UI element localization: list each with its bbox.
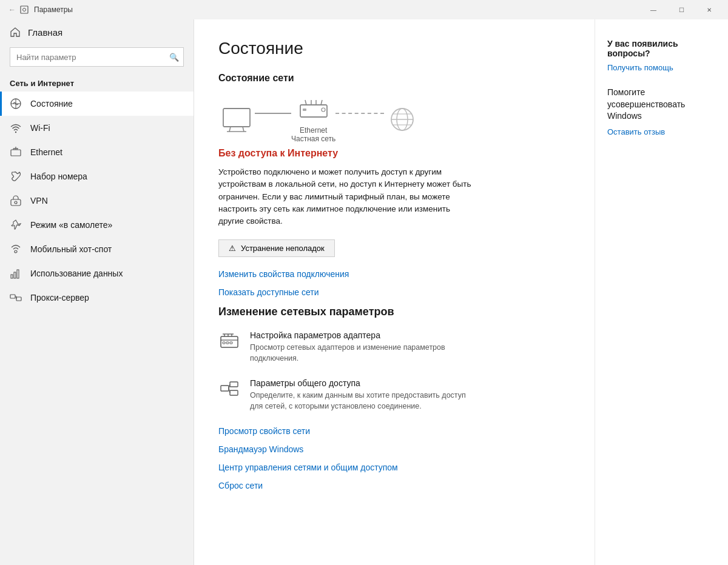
adapter-icon — [218, 330, 240, 352]
svg-rect-0 — [21, 6, 28, 13]
change-settings-title: Изменение сетевых параметров — [218, 306, 570, 318]
svg-rect-43 — [230, 342, 232, 344]
sharing-desc: Определите, к каким данным вы хотите пре… — [250, 390, 480, 412]
sharing-settings-item: Параметры общего доступа Определите, к к… — [218, 378, 570, 412]
maximize-button[interactable]: ☐ — [667, 0, 695, 19]
network-diagram: Ethernet Частная сеть — [218, 96, 570, 143]
sidebar-item-label: Прокси-сервер — [30, 293, 89, 303]
internet-node — [384, 104, 420, 135]
sidebar-item-label: Ethernet — [30, 147, 62, 157]
network-type-label: Частная сеть — [291, 135, 335, 143]
svg-line-25 — [243, 127, 244, 132]
sidebar-item-wifi[interactable]: Wi-Fi — [0, 116, 194, 140]
change-props-link[interactable]: Изменить свойства подключения — [218, 269, 570, 279]
hotspot-icon — [10, 243, 22, 255]
warning-icon: ⚠ — [229, 244, 236, 253]
svg-point-5 — [15, 132, 16, 133]
svg-rect-17 — [17, 270, 19, 278]
svg-point-13 — [15, 201, 17, 204]
sidebar-item-label: Использование данных — [30, 269, 123, 278]
sidebar-item-proxy[interactable]: Прокси-сервер — [0, 286, 194, 310]
window-controls: — ☐ ✕ — [639, 0, 723, 19]
titlebar: ← Параметры — ☐ ✕ — [0, 0, 728, 19]
svg-rect-32 — [303, 109, 306, 111]
sidebar-item-ethernet[interactable]: Ethernet — [0, 140, 194, 164]
sharing-title: Параметры общего доступа — [250, 378, 480, 388]
page-title: Состояние — [218, 39, 570, 58]
svg-rect-18 — [20, 268, 21, 269]
firewall-link[interactable]: Брандмауэр Windows — [218, 444, 570, 454]
sidebar-item-label: Набор номера — [30, 172, 87, 181]
svg-rect-49 — [230, 382, 238, 387]
svg-rect-15 — [11, 275, 13, 278]
airplane-icon — [10, 219, 22, 231]
network-status-title: Состояние сети — [218, 73, 570, 84]
dialup-icon — [10, 170, 22, 182]
improve-link[interactable]: Оставить отзыв — [607, 127, 716, 136]
svg-rect-50 — [230, 390, 238, 395]
minimize-button[interactable]: — — [639, 0, 667, 19]
sidebar-item-airplane[interactable]: Режим «в самолете» — [0, 213, 194, 237]
vpn-icon — [10, 195, 22, 207]
home-icon — [10, 27, 21, 38]
svg-rect-16 — [14, 272, 16, 278]
sidebar-item-label: Wi-Fi — [30, 123, 50, 133]
svg-line-24 — [229, 127, 231, 132]
adapter-settings-item: Настройка параметров адаптера Просмотр с… — [218, 330, 570, 364]
globe-icon — [384, 104, 420, 135]
troubleshoot-button[interactable]: ⚠ Устранение неполадок — [218, 239, 335, 257]
close-button[interactable]: ✕ — [695, 0, 723, 19]
svg-rect-19 — [10, 295, 15, 298]
svg-rect-6 — [11, 150, 21, 156]
app-body: Главная 🔍 Сеть и Интернет Состояние — [0, 19, 728, 565]
view-properties-link[interactable]: Просмотр свойств сети — [218, 426, 570, 436]
home-label: Главная — [28, 27, 62, 38]
adapter-desc: Просмотр сетевых адаптеров и изменение п… — [250, 343, 480, 364]
svg-rect-12 — [11, 199, 21, 206]
sidebar-item-status[interactable]: Состояние — [0, 92, 194, 116]
proxy-icon — [10, 292, 22, 304]
svg-line-28 — [305, 100, 306, 105]
search-container: 🔍 — [10, 47, 184, 67]
computer-node — [218, 104, 255, 135]
no-internet-title: Без доступа к Интернету — [218, 148, 570, 159]
sidebar-item-vpn[interactable]: VPN — [0, 189, 194, 213]
sidebar-item-hotspot[interactable]: Мобильный хот-спот — [0, 237, 194, 261]
svg-rect-23 — [223, 109, 250, 127]
computer-icon — [218, 104, 255, 135]
svg-rect-42 — [226, 342, 229, 344]
connection-description: Устройство подключено и может получить д… — [218, 166, 473, 227]
router-icon — [295, 96, 332, 126]
show-networks-link[interactable]: Показать доступные сети — [218, 287, 570, 297]
sidebar-item-dialup[interactable]: Набор номера — [0, 164, 194, 189]
svg-point-1 — [23, 8, 26, 12]
sidebar: Главная 🔍 Сеть и Интернет Состояние — [0, 19, 194, 565]
app-title: Параметры — [34, 5, 73, 14]
router-node: Ethernet Частная сеть — [291, 96, 335, 143]
main-content: Состояние Состояние сети — [194, 19, 595, 565]
sidebar-item-label: VPN — [30, 196, 48, 206]
wifi-icon — [10, 122, 22, 134]
svg-rect-48 — [221, 386, 229, 391]
sidebar-item-label: Мобильный хот-спот — [30, 244, 112, 254]
right-panel: У вас появились вопросы? Получить помощь… — [595, 19, 728, 565]
reset-link[interactable]: Сброс сети — [218, 481, 570, 490]
improve-title: Помогите усовершенствовать Windows — [607, 87, 716, 122]
sidebar-section-title: Сеть и Интернет — [0, 74, 194, 92]
sharing-icon — [218, 378, 240, 400]
search-input[interactable] — [10, 47, 184, 67]
help-link[interactable]: Получить помощь — [607, 63, 716, 72]
help-title: У вас появились вопросы? — [607, 39, 716, 58]
back-button[interactable]: ← — [5, 2, 19, 17]
svg-point-14 — [15, 250, 17, 253]
status-icon — [10, 98, 22, 110]
app-icon — [19, 5, 29, 15]
ethernet-icon — [10, 146, 22, 158]
sidebar-home[interactable]: Главная — [0, 19, 194, 45]
troubleshoot-label: Устранение неполадок — [241, 244, 325, 253]
adapter-title: Настройка параметров адаптера — [250, 330, 480, 340]
svg-point-33 — [322, 108, 325, 112]
sidebar-item-datausage[interactable]: Использование данных — [0, 261, 194, 286]
network-center-link[interactable]: Центр управления сетями и общим доступом — [218, 463, 570, 472]
connection-line — [255, 113, 291, 114]
